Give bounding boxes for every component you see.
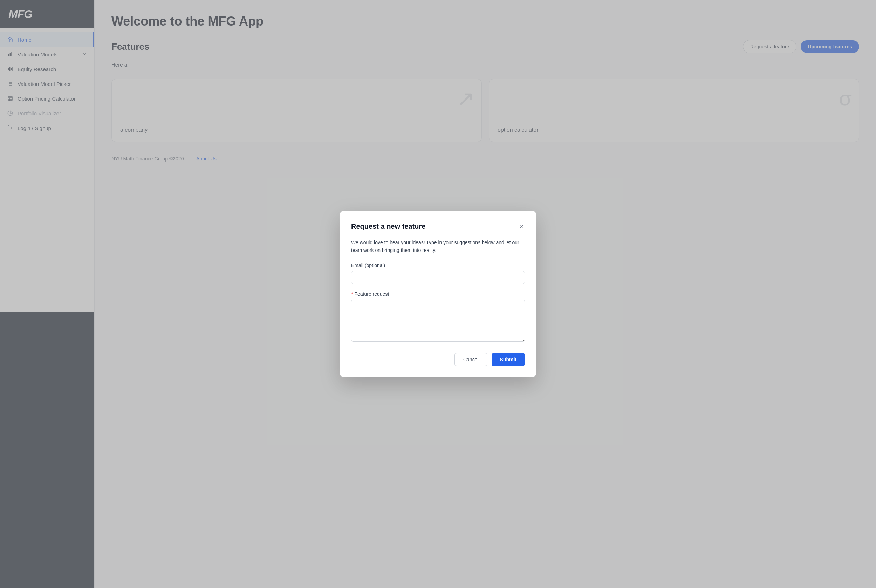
modal-description: We would love to hear your ideas! Type i… — [351, 238, 525, 254]
feature-request-textarea[interactable] — [351, 300, 525, 342]
feature-request-label: *Feature request — [351, 291, 525, 297]
modal-title: Request a new feature — [351, 222, 425, 231]
feature-request-form-group: *Feature request — [351, 291, 525, 343]
feature-request-modal: Request a new feature × We would love to… — [340, 211, 536, 378]
modal-overlay: Request a new feature × We would love to… — [0, 0, 876, 588]
modal-actions: Cancel Submit — [351, 353, 525, 366]
required-asterisk: * — [351, 291, 353, 297]
email-input[interactable] — [351, 271, 525, 284]
modal-header: Request a new feature × — [351, 222, 525, 232]
email-label: Email (optional) — [351, 262, 525, 268]
modal-close-button[interactable]: × — [518, 222, 525, 232]
email-form-group: Email (optional) — [351, 262, 525, 284]
submit-button[interactable]: Submit — [492, 353, 525, 366]
cancel-button[interactable]: Cancel — [454, 353, 488, 366]
